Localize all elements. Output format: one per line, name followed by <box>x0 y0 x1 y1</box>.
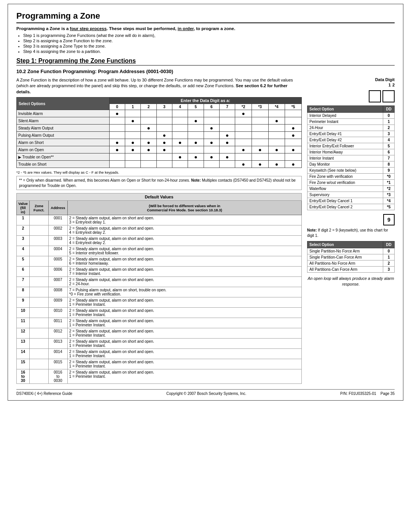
list-item: Supervisory*3 <box>307 192 395 198</box>
dd-col-2-header: DD <box>383 241 395 248</box>
row-label-alarm-open: Alarm on Open <box>17 146 110 153</box>
select-option-2-header: Select Option <box>307 241 383 248</box>
table-row: Steady Alarm Output ● ● ● <box>17 125 302 132</box>
list-item: Perimeter Instant1 <box>307 119 395 125</box>
zone-num: 3 <box>17 236 30 246</box>
cell: ● <box>285 161 302 168</box>
cell <box>141 153 156 161</box>
option-dd: *2 <box>383 186 395 192</box>
zone-addr: 0013 <box>48 339 67 349</box>
zone-num: 14 <box>17 349 30 359</box>
list-item: Interior Entry/Exit Follower5 <box>307 143 395 149</box>
zone-num: 5 <box>17 256 30 267</box>
col-desc-header: (Will be forced to different values when… <box>67 201 301 215</box>
bullet-4: Step 4 is assigning the zone to a partit… <box>23 49 395 54</box>
list-item: Keyswitch (See note below)9 <box>307 168 395 174</box>
cell <box>172 146 188 153</box>
table-row: 10 0010 2 = Steady alarm output, alarm o… <box>17 308 302 318</box>
list-item: 24-Hour2 <box>307 125 395 131</box>
cell <box>268 125 285 132</box>
table-row: 7 0007 2 = Steady alarm output, alarm on… <box>17 277 302 287</box>
cell: ● <box>188 117 204 125</box>
left-content: A Zone Function is the description of ho… <box>16 77 302 384</box>
option-label: Interior Instant <box>307 155 383 161</box>
cell: ● <box>156 139 172 146</box>
cell <box>172 161 188 168</box>
cell <box>204 117 219 125</box>
data-digit-area: Data Digit 1 2 <box>369 77 395 104</box>
step1-title: Step 1: Programming the Zone Functions <box>16 58 395 66</box>
table-row: 9 0009 2 = Steady alarm output, alarm on… <box>17 297 302 308</box>
option-dd: *0 <box>383 174 395 180</box>
col-6: 6 <box>204 104 219 110</box>
cell: ● <box>125 117 140 125</box>
option-dd: *3 <box>383 192 395 198</box>
option-label: Entry/Exit Delay #2 <box>307 137 383 143</box>
cell: ● <box>109 139 125 146</box>
cell: ● <box>219 139 235 146</box>
zone-num: 7 <box>17 277 30 287</box>
zone-funct-fill <box>29 359 48 369</box>
table-row: 3 0003 2 = Steady alarm output, alarm on… <box>17 236 302 246</box>
zone-addr: 0004 <box>48 246 67 256</box>
cell: ● <box>268 117 285 125</box>
zone-funct-fill <box>29 308 48 318</box>
cell <box>252 117 268 125</box>
zone-addr: 0009 <box>48 297 67 308</box>
bullet-2: Step 2 is assigning a Zone Function to t… <box>23 38 395 43</box>
col-address-header: Address <box>48 201 67 215</box>
row-label-steady: Steady Alarm Output <box>17 125 110 132</box>
cell <box>125 161 140 168</box>
col-7: 7 <box>219 104 235 110</box>
option-dd: *4 <box>383 198 395 204</box>
zone-num: 9 <box>17 297 30 308</box>
table-row: Alarm on Open ● ● ● ● ● ● ● ● <box>17 146 302 153</box>
zone-desc: 2 = Steady alarm output, alarm on short … <box>67 267 301 277</box>
option-label: Waterflow <box>307 186 383 192</box>
table-row: Invisible Alarm ● ● <box>17 110 302 117</box>
option-label: Fire Zone w/out verification <box>307 180 383 186</box>
digit-numbers: 1 2 <box>369 83 395 87</box>
option-label: Day Monitor <box>307 161 383 168</box>
table-row: Alarm on Short ● ● ● ● ● ● ● ● <box>17 139 302 146</box>
list-item: Entry/Exit Delay #13 <box>307 131 395 137</box>
cell <box>188 161 204 168</box>
zone-num: 4 <box>17 246 30 256</box>
zone-funct-fill <box>29 267 48 277</box>
data-digit-boxes <box>369 90 395 102</box>
table-row: 2 0002 2 = Steady alarm output, alarm on… <box>17 225 302 236</box>
zone-funct-fill <box>29 369 48 384</box>
list-item: Entry/Exit Delay Cancel 2*5 <box>307 204 395 210</box>
zone-desc: 7 = Pulsing alarm output, alarm on short… <box>67 287 301 297</box>
list-item: All Partitions-No Force Arm2 <box>307 260 395 267</box>
page-container: Programming a Zone Programming a Zone is… <box>8 4 403 401</box>
cell: ● <box>188 139 204 146</box>
option-label: 24-Hour <box>307 125 383 131</box>
col-4: 4 <box>172 104 188 110</box>
zone-desc: 2 = Steady alarm output, alarm on short … <box>67 328 301 339</box>
cell: ● <box>141 125 156 132</box>
table-row: 1 0001 2 = Steady alarm output, alarm on… <box>17 215 302 225</box>
col-0: 0 <box>109 104 125 110</box>
option-dd: 3 <box>383 267 395 273</box>
digit-2-label: 2 <box>392 83 395 87</box>
zone-addr: 0005 <box>48 256 67 267</box>
cell <box>219 146 235 153</box>
footer-pn: P/N: F01U035325-01 <box>340 391 376 396</box>
footer-page: Page 35 <box>381 391 395 396</box>
cell <box>235 117 252 125</box>
cell: ● <box>141 139 156 146</box>
digit-box-1 <box>369 90 381 102</box>
row-label-trouble-open: ▶ Trouble on Open** <box>17 153 110 161</box>
cell <box>252 132 268 139</box>
cell: ● <box>141 146 156 153</box>
zone-addr: 0011 <box>48 318 67 328</box>
zone-addr: 0007 <box>48 277 67 287</box>
cell <box>219 117 235 125</box>
open-loop-note: An open loop will always produce a stead… <box>307 276 395 287</box>
cell <box>125 132 140 139</box>
cell <box>219 125 235 132</box>
zone-function-table: Select Options Enter the Data Digit as a… <box>16 97 302 168</box>
row-label-pulsing: Pulsing Alarm Output <box>17 132 110 139</box>
option-dd: 1 <box>383 119 395 125</box>
